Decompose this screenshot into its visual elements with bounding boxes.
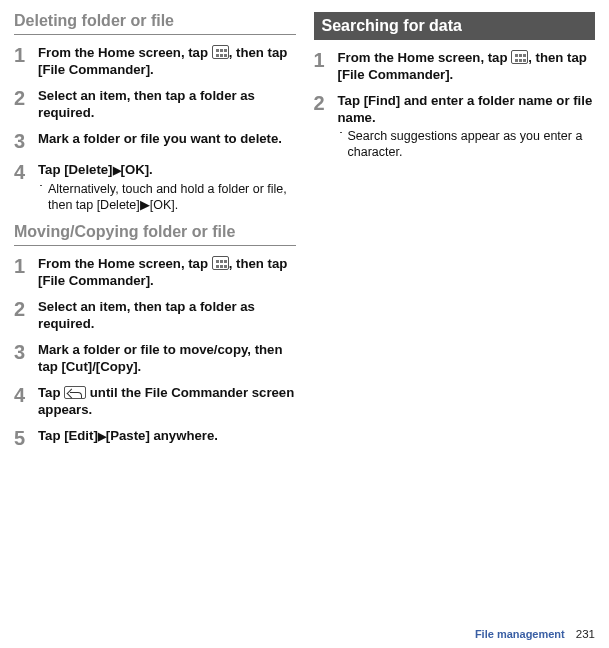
step-text-before: From the Home screen, tap: [38, 45, 212, 60]
step-number: 2: [14, 299, 38, 332]
step-text: Tap [Edit]▶[Paste] anywhere.: [38, 428, 296, 445]
step-text: Tap [Delete]▶[OK].: [38, 162, 296, 179]
step-note: Alternatively, touch and hold a folder o…: [48, 181, 296, 214]
step-number: 2: [14, 88, 38, 121]
footer: File management 231: [475, 628, 595, 640]
step-number: 4: [14, 162, 38, 213]
step-text-before: Tap: [38, 385, 64, 400]
apps-grid-icon: [511, 50, 528, 64]
step-item: 1 From the Home screen, tap , then tap […: [14, 45, 296, 78]
bullet-icon: ･: [338, 126, 348, 161]
page-number: 231: [576, 628, 595, 640]
step-item: 4 Tap [Delete]▶[OK]. ･ Alternatively, to…: [14, 162, 296, 213]
arrow-icon: ▶: [113, 164, 121, 176]
step-number: 1: [314, 50, 338, 83]
step-text: From the Home screen, tap , then tap [Fi…: [38, 45, 296, 78]
apps-grid-icon: [212, 256, 229, 270]
step-item: 2 Select an item, then tap a folder as r…: [14, 88, 296, 121]
bullet-icon: ･: [38, 179, 48, 214]
step-item: 1 From the Home screen, tap , then tap […: [14, 256, 296, 289]
step-text: From the Home screen, tap , then tap [Fi…: [338, 50, 596, 83]
section-title-searching: Searching for data: [314, 12, 596, 40]
step-item: 3 Mark a folder or file to move/copy, th…: [14, 342, 296, 375]
step-text-after: [OK].: [121, 162, 153, 177]
back-icon: [64, 386, 86, 399]
step-item: 1 From the Home screen, tap , then tap […: [314, 50, 596, 83]
step-note: Search suggestions appear as you enter a…: [348, 128, 596, 161]
step-text: Mark a folder or file to move/copy, then…: [38, 342, 296, 375]
step-number: 1: [14, 256, 38, 289]
step-text: Mark a folder or file you want to delete…: [38, 131, 296, 148]
step-item: 2 Select an item, then tap a folder as r…: [14, 299, 296, 332]
step-number: 1: [14, 45, 38, 78]
section-title-deleting: Deleting folder or file: [14, 12, 296, 35]
step-text: Tap [Find] and enter a folder name or fi…: [338, 93, 596, 126]
step-text-after: [Paste] anywhere.: [106, 428, 218, 443]
step-number: 3: [14, 342, 38, 375]
arrow-icon: ▶: [98, 430, 106, 442]
step-item: 2 Tap [Find] and enter a folder name or …: [314, 93, 596, 161]
step-text: Select an item, then tap a folder as req…: [38, 88, 296, 121]
step-text-before: From the Home screen, tap: [338, 50, 512, 65]
step-number: 5: [14, 428, 38, 449]
step-text-before: Tap [Delete]: [38, 162, 113, 177]
step-number: 2: [314, 93, 338, 161]
step-item: 3 Mark a folder or file you want to dele…: [14, 131, 296, 152]
step-number: 4: [14, 385, 38, 418]
step-item: 5 Tap [Edit]▶[Paste] anywhere.: [14, 428, 296, 449]
step-text: From the Home screen, tap , then tap [Fi…: [38, 256, 296, 289]
step-text-before: From the Home screen, tap: [38, 256, 212, 271]
footer-label: File management: [475, 628, 565, 640]
step-text: Tap until the File Commander screen appe…: [38, 385, 296, 418]
section-title-moving: Moving/Copying folder or file: [14, 223, 296, 246]
step-text: Select an item, then tap a folder as req…: [38, 299, 296, 332]
step-number: 3: [14, 131, 38, 152]
step-text-before: Tap [Edit]: [38, 428, 98, 443]
step-item: 4 Tap until the File Commander screen ap…: [14, 385, 296, 418]
apps-grid-icon: [212, 45, 229, 59]
